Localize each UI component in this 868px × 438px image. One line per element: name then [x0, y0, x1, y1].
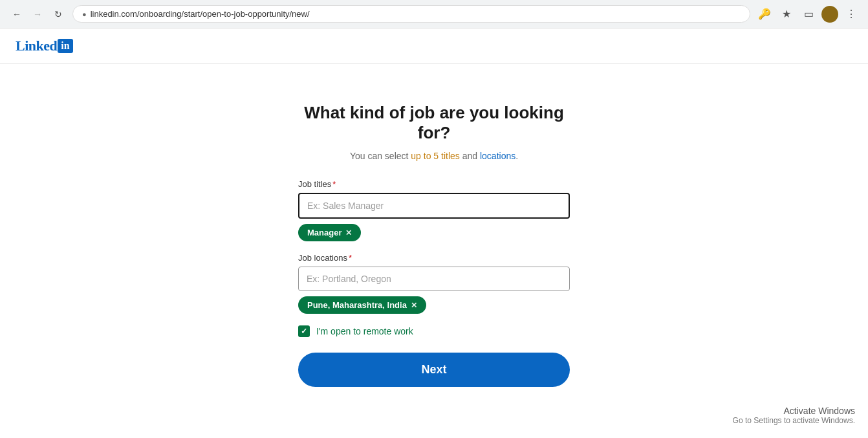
- menu-button[interactable]: ⋮: [842, 5, 860, 23]
- job-locations-tags: Pune, Maharashtra, India ✕: [298, 296, 570, 314]
- job-locations-label: Job locations*: [298, 253, 570, 263]
- pune-tag-label: Pune, Maharashtra, India: [307, 300, 407, 310]
- page-title: What kind of job are you looking for?: [298, 103, 570, 143]
- job-titles-input[interactable]: [298, 193, 570, 219]
- pune-tag-remove[interactable]: ✕: [411, 301, 417, 310]
- address-bar[interactable]: ● linkedin.com/onboarding/start/open-to-…: [72, 5, 750, 23]
- browser-chrome: ← → ↻ ● linkedin.com/onboarding/start/op…: [0, 0, 868, 28]
- subtitle-mid: and: [460, 151, 480, 161]
- remote-work-row: ✓ I'm open to remote work: [298, 325, 570, 337]
- form-card: What kind of job are you looking for? Yo…: [298, 103, 570, 387]
- password-manager-button[interactable]: 🔑: [755, 5, 774, 23]
- split-view-button[interactable]: ▭: [799, 5, 818, 23]
- page-subtitle: You can select up to 5 titles and locati…: [298, 151, 570, 161]
- remote-work-label[interactable]: I'm open to remote work: [316, 326, 413, 336]
- subtitle-highlight2: locations: [480, 151, 515, 161]
- job-titles-label: Job titles*: [298, 179, 570, 189]
- job-locations-input[interactable]: [298, 267, 570, 291]
- manager-tag: Manager ✕: [298, 224, 361, 241]
- subtitle-pre: You can select: [350, 151, 411, 161]
- job-titles-tags: Manager ✕: [298, 224, 570, 241]
- main-container: What kind of job are you looking for? Yo…: [0, 64, 868, 413]
- address-icon: ●: [82, 10, 87, 18]
- linkedin-logo: Linked in: [16, 38, 852, 54]
- manager-tag-label: Manager: [307, 228, 342, 237]
- job-locations-group: Job locations* Pune, Maharashtra, India …: [298, 253, 570, 314]
- page-content: Linked in What kind of job are you looki…: [0, 28, 868, 438]
- linkedin-header: Linked in: [0, 28, 868, 64]
- logo-text: Linked: [16, 38, 57, 54]
- manager-tag-remove[interactable]: ✕: [345, 228, 352, 237]
- next-button[interactable]: Next: [298, 353, 570, 387]
- reload-button[interactable]: ↻: [49, 5, 67, 23]
- url-text: linkedin.com/onboarding/start/open-to-jo…: [91, 9, 310, 19]
- bookmark-button[interactable]: ★: [777, 5, 796, 23]
- subtitle-highlight1: up to 5 titles: [411, 151, 460, 161]
- required-star: *: [332, 179, 336, 189]
- pune-tag: Pune, Maharashtra, India ✕: [298, 296, 426, 314]
- job-titles-group: Job titles* Manager ✕: [298, 179, 570, 241]
- checkmark-icon: ✓: [301, 327, 307, 336]
- user-avatar[interactable]: [821, 6, 838, 23]
- back-button[interactable]: ←: [8, 5, 26, 23]
- forward-button[interactable]: →: [28, 5, 47, 23]
- subtitle-post: .: [515, 151, 518, 161]
- locations-required-star: *: [349, 253, 352, 263]
- nav-buttons: ← → ↻: [8, 5, 67, 23]
- logo-in-box: in: [58, 39, 72, 53]
- remote-work-checkbox[interactable]: ✓: [298, 325, 310, 337]
- browser-actions: 🔑 ★ ▭ ⋮: [755, 5, 860, 23]
